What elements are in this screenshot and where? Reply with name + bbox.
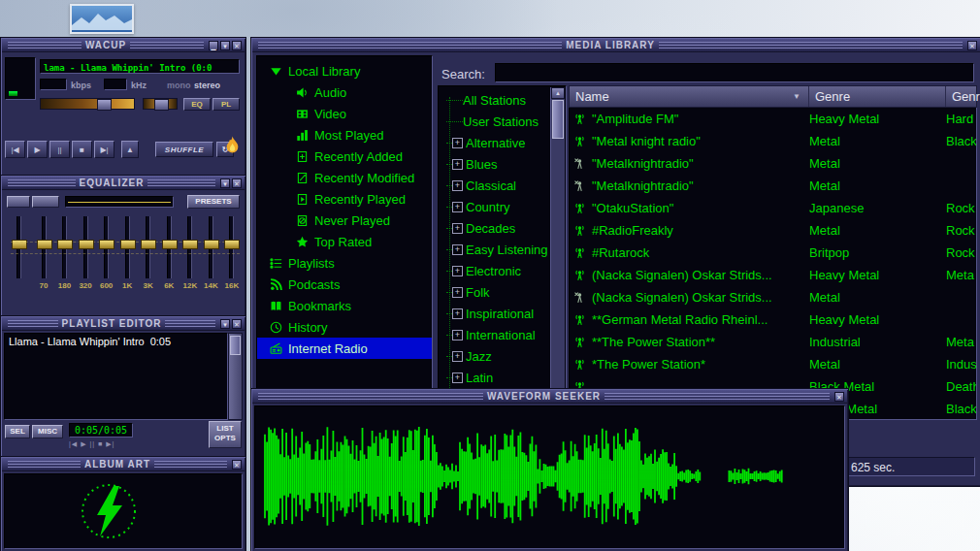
expand-plus-icon[interactable]: +	[452, 351, 463, 362]
library-tree-item[interactable]: Recently Added	[257, 146, 432, 167]
eq-slider-handle[interactable]	[37, 240, 52, 249]
library-tree-item[interactable]: Recently Modified	[257, 167, 432, 188]
expand-plus-icon[interactable]: +	[452, 330, 463, 340]
station-category[interactable]: +Decades	[439, 217, 551, 239]
eq-slider-track[interactable]	[42, 216, 47, 278]
eq-slider-handle[interactable]	[224, 240, 240, 249]
shade-button[interactable]: ▾	[220, 178, 230, 188]
station-category[interactable]: +Blues	[439, 153, 551, 175]
eq-slider-handle[interactable]	[120, 240, 136, 249]
eq-slider-track[interactable]	[146, 216, 150, 278]
pause-button[interactable]: ||	[49, 141, 70, 158]
station-category[interactable]: +Latin	[439, 367, 551, 388]
expand-plus-icon[interactable]: +	[452, 138, 463, 148]
station-row[interactable]: *The Power Station*MetalIndus	[570, 353, 976, 375]
eq-slider-handle[interactable]	[141, 240, 156, 249]
scrollbar-thumb[interactable]	[552, 100, 564, 139]
station-row[interactable]: "OtakuStation"JapaneseRock	[570, 197, 976, 219]
playlist-toggle-button[interactable]: PL	[212, 98, 240, 111]
close-button[interactable]: ✕	[232, 460, 242, 470]
visualizer[interactable]	[5, 57, 36, 100]
search-input[interactable]	[495, 63, 974, 82]
library-tree-item[interactable]: Audio	[257, 81, 432, 103]
library-tree-item[interactable]: Most Played	[257, 124, 432, 146]
waveform-titlebar[interactable]: WAVEFORM SEEKER ✕	[252, 390, 847, 404]
balance-slider[interactable]	[143, 98, 178, 110]
station-row[interactable]: **The Power Station**IndustrialMeta	[570, 331, 976, 353]
scroll-up-icon[interactable]: ▲	[551, 87, 565, 99]
eq-slider-track[interactable]	[104, 216, 109, 278]
eq-slider-handle[interactable]	[79, 240, 94, 249]
expand-plus-icon[interactable]: +	[452, 180, 463, 191]
expand-plus-icon[interactable]: +	[452, 244, 463, 255]
eq-slider-track[interactable]	[209, 216, 213, 278]
volume-handle[interactable]	[97, 99, 112, 111]
equalizer-titlebar[interactable]: EQUALIZER ▾ ✕	[2, 177, 245, 190]
playlist-item[interactable]: Llama - Llama Whippin' Intro0:05	[5, 334, 227, 348]
volume-slider[interactable]	[40, 98, 135, 110]
column-header[interactable]: Name▼	[570, 86, 809, 107]
station-category[interactable]: +Country	[439, 196, 551, 217]
station-row[interactable]: "Amplitude FM"Heavy MetalHard	[570, 108, 976, 130]
mini-transport-icons[interactable]: |◀ ▶ || ■ ▶|	[69, 440, 114, 448]
station-row[interactable]: **German Metal Radio Rheinl...Heavy Meta…	[570, 308, 976, 331]
station-row[interactable]: "Metalknightradio"Metal	[570, 152, 976, 175]
stop-button[interactable]: ■	[72, 141, 92, 158]
misc-button[interactable]: MISC	[32, 425, 63, 438]
station-row[interactable]: "Metalknightradio"Metal	[570, 175, 976, 197]
eq-slider-handle[interactable]	[182, 240, 198, 249]
close-button[interactable]: ✕	[232, 41, 242, 50]
eq-slider-handle[interactable]	[57, 240, 73, 249]
station-row[interactable]: (Nacka Signalen) Oskar Strids...Metal	[570, 286, 976, 308]
library-tree-item[interactable]: Podcasts	[257, 274, 432, 295]
balance-handle[interactable]	[154, 99, 169, 111]
station-category[interactable]: +Inspirational	[439, 303, 551, 324]
station-category[interactable]: +Electronic	[439, 260, 551, 281]
minimize-button[interactable]: ▁	[209, 41, 218, 50]
play-button[interactable]: ▶	[27, 141, 48, 158]
playlist-scrollbar[interactable]	[228, 333, 243, 420]
next-button[interactable]: ▶|	[94, 141, 114, 158]
shuffle-button[interactable]: SHUFFLE	[155, 142, 213, 157]
eq-toggle-button[interactable]: EQ	[183, 98, 211, 111]
library-tree-item[interactable]: History	[257, 316, 432, 338]
waveform-display[interactable]	[254, 405, 845, 549]
playlist-titlebar[interactable]: PLAYLIST EDITOR ▾ ✕	[2, 317, 245, 331]
station-row[interactable]: #RutarockBritpopRock	[570, 242, 976, 264]
station-category[interactable]: +Folk	[439, 281, 551, 303]
previous-button[interactable]: |◀	[5, 141, 25, 158]
wacup-taskbar-thumbnail[interactable]	[70, 4, 134, 34]
scrollbar-thumb[interactable]	[230, 336, 241, 355]
expand-plus-icon[interactable]: +	[452, 223, 463, 234]
eq-on-button[interactable]	[7, 196, 30, 208]
eq-slider-track[interactable]	[83, 216, 88, 278]
expand-plus-icon[interactable]: +	[452, 266, 463, 276]
station-row[interactable]: (Nacka Signalen) Oskar Strids...Heavy Me…	[570, 264, 976, 286]
station-category[interactable]: +International	[439, 324, 551, 345]
expand-plus-icon[interactable]: +	[452, 202, 463, 212]
player-titlebar[interactable]: WACUP ▁ ▾ ✕	[2, 39, 245, 52]
eq-slider-track[interactable]	[229, 216, 234, 278]
track-title-marquee[interactable]: lama - Llama Whippin' Intro (0:0	[40, 59, 240, 74]
station-row[interactable]: #RadioFreaklyMetalRock	[570, 219, 976, 242]
library-tree-item[interactable]: Top Rated	[257, 231, 432, 252]
library-tree-item[interactable]: Internet Radio	[257, 338, 432, 359]
station-category[interactable]: +Classical	[439, 175, 551, 196]
station-category[interactable]: +Jazz	[439, 345, 551, 367]
eq-slider-track[interactable]	[62, 216, 67, 278]
expand-plus-icon[interactable]: +	[452, 287, 463, 298]
column-header[interactable]: Genre	[809, 86, 946, 107]
library-tree-item[interactable]: Video	[257, 103, 432, 124]
eq-auto-button[interactable]	[32, 196, 59, 208]
preamp-track[interactable]	[16, 216, 21, 278]
library-tree-item[interactable]: Playlists	[257, 252, 432, 274]
eq-slider-handle[interactable]	[204, 240, 219, 249]
library-tree-item[interactable]: Local Library	[257, 60, 432, 81]
eq-slider-handle[interactable]	[162, 240, 178, 249]
expand-plus-icon[interactable]: +	[452, 373, 463, 383]
shade-button[interactable]: ▾	[220, 41, 230, 50]
eq-slider-handle[interactable]	[99, 240, 114, 249]
album-art-titlebar[interactable]: ALBUM ART ✕	[2, 458, 245, 471]
library-tree-item[interactable]: Never Played	[257, 210, 432, 231]
media-library-titlebar[interactable]: MEDIA LIBRARY ✕	[252, 39, 980, 52]
